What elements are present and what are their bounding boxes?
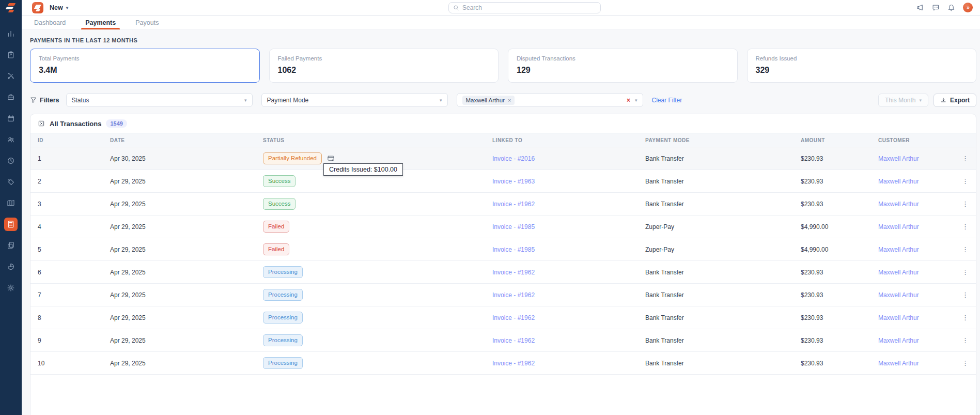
row-menu-button[interactable]: ⋮ [946, 314, 969, 321]
customer-link[interactable]: Maxwell Arthur [878, 201, 919, 208]
col-linked-to[interactable]: LINKED TO [492, 137, 645, 143]
row-menu-button[interactable]: ⋮ [946, 245, 969, 253]
tab-payments[interactable]: Payments [85, 16, 116, 29]
chat-icon[interactable] [932, 4, 940, 11]
chip-remove-icon[interactable]: × [508, 97, 511, 103]
export-button[interactable]: Export [934, 94, 976, 107]
timesheet-icon[interactable] [4, 154, 18, 167]
calendar-icon[interactable] [4, 112, 18, 125]
table-row[interactable]: 1 Apr 30, 2025 Partially Refunded Credit… [30, 147, 976, 170]
card-failed-payments[interactable]: Failed Payments 1062 [269, 49, 499, 83]
status-badge: Failed [263, 221, 289, 232]
table-row[interactable]: 4 Apr 29, 2025 Failed Invoice - #1985 Zu… [30, 216, 976, 238]
row-menu-button[interactable]: ⋮ [946, 177, 969, 185]
app-icon[interactable] [32, 2, 43, 13]
new-menu-button[interactable]: New ▾ [50, 4, 68, 11]
settings-icon[interactable] [4, 281, 18, 295]
cell-id: 7 [38, 291, 110, 299]
customer-link[interactable]: Maxwell Arthur [878, 291, 919, 299]
count-badge: 1549 [106, 119, 127, 128]
row-menu-button[interactable]: ⋮ [946, 200, 969, 208]
table-row[interactable]: 10 Apr 29, 2025 Processing Invoice - #19… [30, 352, 976, 375]
invoice-link[interactable]: Invoice - #1962 [492, 314, 535, 321]
col-status[interactable]: STATUS [263, 137, 492, 143]
table-row[interactable]: 8 Apr 29, 2025 Processing Invoice - #196… [30, 306, 976, 329]
card-refunds-issued[interactable]: Refunds Issued 329 [747, 49, 977, 83]
analytics-icon[interactable] [4, 27, 18, 40]
customer-filter-chip[interactable]: Maxwell Arthur × [462, 96, 515, 105]
reports-icon[interactable] [4, 239, 18, 252]
card-disputed-transactions[interactable]: Disputed Transactions 129 [508, 49, 738, 83]
table-row[interactable]: 9 Apr 29, 2025 Processing Invoice - #196… [30, 329, 976, 352]
status-badge: Success [263, 175, 295, 187]
briefcase-icon[interactable] [4, 90, 18, 104]
cell-id: 1 [38, 155, 110, 162]
cell-amount: $230.93 [801, 155, 878, 162]
clear-selection-icon[interactable]: × [627, 97, 630, 104]
invoice-link[interactable]: Invoice - #1962 [492, 269, 535, 276]
invoice-link[interactable]: Invoice - #1962 [492, 201, 535, 208]
card-total-payments[interactable]: Total Payments 3.4M [30, 49, 260, 83]
status-badge: Partially Refunded [263, 152, 322, 164]
payment-mode-filter-select[interactable]: Payment Mode ▾ [261, 93, 448, 107]
table-row[interactable]: 3 Apr 29, 2025 Success Invoice - #1962 B… [30, 193, 976, 216]
tab-payouts[interactable]: Payouts [135, 16, 159, 29]
invoice-link[interactable]: Invoice - #1985 [492, 223, 535, 230]
customer-link[interactable]: Maxwell Arthur [878, 314, 919, 321]
invoice-link[interactable]: Invoice - #2016 [492, 155, 535, 162]
customer-filter-select[interactable]: Maxwell Arthur × × ▾ [457, 93, 643, 107]
search-box[interactable] [448, 2, 601, 13]
customer-link[interactable]: Maxwell Arthur [878, 155, 919, 162]
cell-id: 4 [38, 223, 110, 230]
invoices-icon[interactable] [4, 218, 18, 231]
period-select[interactable]: This Month ▾ [878, 94, 928, 107]
table-row[interactable]: 2 Apr 29, 2025 Success Invoice - #1963 B… [30, 170, 976, 193]
row-menu-button[interactable]: ⋮ [946, 268, 969, 276]
insights-icon[interactable] [4, 260, 18, 273]
invoice-link[interactable]: Invoice - #1962 [492, 360, 535, 367]
user-avatar[interactable]: » [963, 3, 973, 12]
customers-icon[interactable] [4, 133, 18, 146]
credit-note-icon[interactable] [327, 155, 335, 162]
row-menu-button[interactable]: ⋮ [946, 359, 969, 367]
announcements-icon[interactable] [916, 4, 924, 11]
cell-status: Processing [263, 329, 492, 351]
map-icon[interactable] [4, 196, 18, 210]
col-payment-mode[interactable]: PAYMENT MODE [645, 137, 801, 143]
row-menu-button[interactable]: ⋮ [946, 291, 969, 299]
cell-status: Processing [263, 306, 492, 329]
customer-link[interactable]: Maxwell Arthur [878, 360, 919, 367]
col-date[interactable]: DATE [110, 137, 263, 143]
invoice-link[interactable]: Invoice - #1962 [492, 291, 535, 299]
customer-link[interactable]: Maxwell Arthur [878, 269, 919, 276]
page-tabs: Dashboard Payments Payouts [22, 16, 980, 30]
search-input[interactable] [462, 4, 596, 11]
invoice-link[interactable]: Invoice - #1962 [492, 337, 535, 344]
cell-date: Apr 29, 2025 [110, 269, 263, 276]
table-row[interactable]: 6 Apr 29, 2025 Processing Invoice - #196… [30, 261, 976, 284]
notifications-icon[interactable] [947, 4, 955, 11]
customer-link[interactable]: Maxwell Arthur [878, 246, 919, 253]
table-row[interactable]: 5 Apr 29, 2025 Failed Invoice - #1985 Zu… [30, 238, 976, 261]
customer-link[interactable]: Maxwell Arthur [878, 337, 919, 344]
jobs-icon[interactable] [4, 48, 18, 62]
invoice-link[interactable]: Invoice - #1985 [492, 246, 535, 253]
invoice-link[interactable]: Invoice - #1963 [492, 178, 535, 185]
customer-link[interactable]: Maxwell Arthur [878, 223, 919, 230]
col-customer[interactable]: CUSTOMER [878, 137, 946, 143]
card-label: Total Payments [39, 55, 251, 62]
col-amount[interactable]: AMOUNT [801, 137, 878, 143]
cell-payment-mode: Zuper-Pay [645, 223, 801, 230]
clear-filter-link[interactable]: Clear Filter [652, 97, 682, 104]
col-id[interactable]: ID [38, 137, 110, 143]
cell-amount: $230.93 [801, 201, 878, 208]
status-filter-select[interactable]: Status ▾ [66, 93, 253, 107]
table-row[interactable]: 7 Apr 29, 2025 Processing Invoice - #196… [30, 284, 976, 306]
row-menu-button[interactable]: ⋮ [946, 155, 969, 162]
tab-dashboard[interactable]: Dashboard [34, 16, 66, 29]
row-menu-button[interactable]: ⋮ [946, 336, 969, 344]
pricebook-icon[interactable] [4, 175, 18, 189]
row-menu-button[interactable]: ⋮ [946, 223, 969, 230]
tools-icon[interactable] [4, 69, 18, 83]
customer-link[interactable]: Maxwell Arthur [878, 178, 919, 185]
